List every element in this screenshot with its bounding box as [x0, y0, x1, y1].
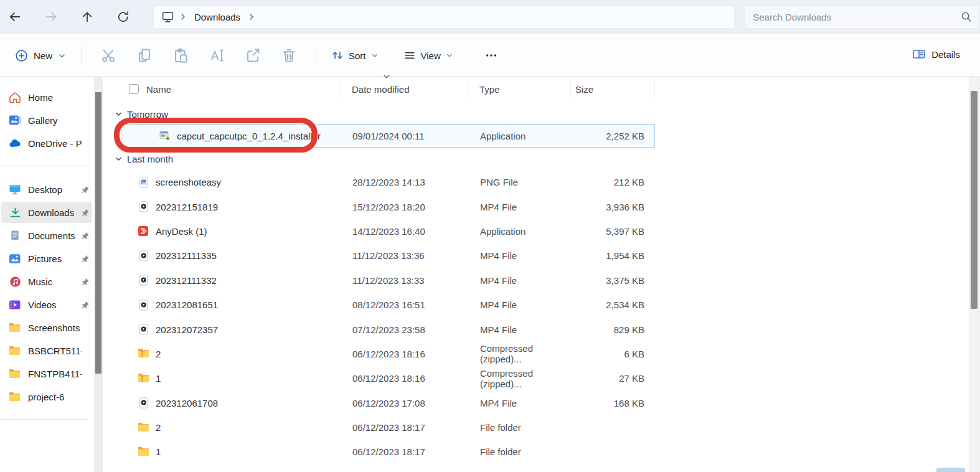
forward-button[interactable]	[37, 5, 65, 29]
type-column-header[interactable]: Type	[468, 80, 571, 98]
sort-label: Sort	[349, 50, 366, 61]
address-bar[interactable]: Downloads	[153, 5, 735, 29]
command-toolbar: New Sort	[0, 35, 980, 77]
forward-arrow-icon	[44, 11, 58, 23]
pin-icon	[82, 232, 90, 240]
mp4-file-icon	[138, 250, 149, 262]
sidebar-scrollbar[interactable]	[94, 77, 103, 472]
file-row[interactable]: capcut_capcutpc_0_1.2.4_installer 09/01/…	[121, 124, 655, 148]
file-type: File folder	[469, 446, 572, 457]
file-row[interactable]: 2 06/12/2023 18:17 File folder	[121, 415, 655, 440]
file-row[interactable]: 202312072357 07/12/2023 23:58 MP4 File 8…	[121, 317, 655, 341]
search-box[interactable]	[745, 5, 980, 29]
sidebar-item-screenshots[interactable]: Screenshots	[1, 317, 92, 338]
file-group: Tomorrow capcut_capcutpc_0_1.2.4_install…	[106, 106, 969, 148]
sidebar-item-documents[interactable]: Documents	[1, 225, 92, 246]
videos-icon	[9, 298, 21, 311]
file-type: MP4 File	[469, 250, 572, 261]
file-row[interactable]: 202312151819 15/12/2023 18:20 MP4 File 3…	[121, 194, 655, 219]
file-size: 3,375 KB	[572, 275, 656, 286]
file-size: 1,954 KB	[572, 250, 656, 261]
file-row[interactable]: 202312111332 11/12/2023 13:33 MP4 File 3…	[121, 268, 655, 293]
plus-circle-icon	[15, 49, 28, 62]
more-button[interactable]	[473, 42, 509, 68]
group-chevron-icon[interactable]	[115, 111, 122, 118]
view-button[interactable]: View	[397, 44, 459, 67]
sidebar-item-project-6[interactable]: project-6	[1, 386, 92, 407]
back-arrow-icon	[8, 11, 22, 23]
file-name: AnyDesk (1)	[156, 226, 207, 237]
onedrive-icon	[9, 137, 21, 149]
file-date: 06/12/2023 18:17	[342, 446, 469, 457]
sidebar-item-videos[interactable]: Videos	[1, 294, 92, 315]
file-date: 11/12/2023 13:36	[342, 250, 469, 261]
breadcrumb-downloads[interactable]: Downloads	[194, 12, 240, 22]
main-scrollbar[interactable]	[969, 77, 980, 472]
sidebar-item-downloads[interactable]: Downloads	[1, 202, 92, 223]
file-row[interactable]: 202312061708 06/12/2023 17:08 MP4 File 1…	[121, 391, 655, 415]
file-size: 829 KB	[572, 324, 656, 335]
file-group: Last month screenshoteasy 28/12/2023 14:…	[106, 151, 969, 465]
date-modified-column-header[interactable]: Date modified	[341, 80, 468, 98]
file-type: Application	[469, 131, 572, 141]
up-button[interactable]	[73, 5, 101, 29]
size-column-header[interactable]: Size	[571, 80, 655, 98]
file-date: 06/12/2023 18:17	[342, 422, 469, 433]
sidebar-item-label: Music	[28, 276, 52, 287]
group-rows: capcut_capcutpc_0_1.2.4_installer 09/01/…	[106, 124, 969, 148]
sidebar-item-desktop[interactable]: Desktop	[1, 179, 92, 200]
group-header[interactable]: Last month	[106, 151, 969, 166]
sidebar-item-onedrive-perso[interactable]: OneDrive - Perso	[1, 133, 92, 154]
name-column-header[interactable]: Name	[106, 80, 341, 98]
sidebar-item-home[interactable]: Home	[1, 87, 92, 108]
sort-button[interactable]: Sort	[325, 44, 385, 67]
sidebar-item-gallery[interactable]: Gallery	[1, 110, 92, 131]
sort-arrows-icon	[331, 49, 344, 62]
pin-icon	[82, 209, 90, 217]
file-row[interactable]: screenshoteasy 28/12/2023 14:13 PNG File…	[121, 170, 655, 194]
main-scrollbar-thumb[interactable]	[971, 91, 978, 309]
sidebar-item-label: Pictures	[28, 253, 62, 264]
search-input[interactable]	[753, 12, 940, 22]
file-size: 212 KB	[572, 177, 656, 187]
delete-button[interactable]	[271, 42, 307, 68]
sidebar-scrollbar-thumb[interactable]	[95, 92, 101, 374]
share-button[interactable]	[235, 42, 271, 68]
group-header[interactable]: Tomorrow	[106, 106, 969, 121]
details-button[interactable]: Details	[906, 43, 966, 65]
scissors-icon	[100, 47, 116, 64]
refresh-button[interactable]	[110, 5, 137, 29]
file-row[interactable]: 202312081651 08/12/2023 16:51 MP4 File 2…	[121, 293, 655, 317]
select-all-checkbox[interactable]	[129, 84, 139, 94]
chevron-down-icon	[58, 52, 66, 60]
file-row[interactable]: 1 06/12/2023 18:17 File folder	[121, 440, 655, 464]
home-icon	[9, 91, 21, 103]
details-pane-icon	[912, 48, 926, 60]
this-pc-icon[interactable]	[161, 11, 174, 23]
sidebar-item-bsbcrt511-proj[interactable]: BSBCRT511-proj	[1, 340, 92, 361]
file-row[interactable]: AnyDesk (1) 14/12/2023 16:40 Application…	[121, 219, 655, 243]
ellipsis-icon	[484, 49, 498, 62]
rename-button[interactable]	[199, 42, 235, 68]
file-name: 1	[156, 446, 161, 457]
downloads-icon	[9, 206, 21, 219]
new-button[interactable]: New	[9, 44, 72, 67]
view-label: View	[421, 50, 441, 61]
file-type: Compressed (zipped)...	[469, 368, 572, 389]
sidebar-item-fnstpb411-proj[interactable]: FNSTPB411-Proj	[1, 363, 92, 384]
navigation-bar: Downloads	[0, 0, 980, 34]
file-name: 202312151819	[156, 202, 218, 212]
file-row[interactable]: 1 06/12/2023 18:16 Compressed (zipped)..…	[121, 366, 655, 390]
group-chevron-icon[interactable]	[115, 156, 122, 163]
copy-button[interactable]	[126, 42, 163, 68]
cut-button[interactable]	[90, 42, 126, 68]
breadcrumb-chevron-icon[interactable]	[248, 13, 255, 21]
file-row[interactable]: 2 06/12/2023 18:16 Compressed (zipped)..…	[121, 342, 655, 366]
back-button[interactable]	[1, 5, 29, 29]
file-date: 15/12/2023 18:20	[342, 202, 469, 212]
breadcrumb-chevron-icon	[179, 13, 187, 21]
file-row[interactable]: 202312111335 11/12/2023 13:36 MP4 File 1…	[121, 243, 655, 268]
paste-button[interactable]	[163, 42, 199, 68]
sidebar-item-pictures[interactable]: Pictures	[1, 248, 92, 269]
sidebar-item-music[interactable]: Music	[1, 271, 92, 292]
